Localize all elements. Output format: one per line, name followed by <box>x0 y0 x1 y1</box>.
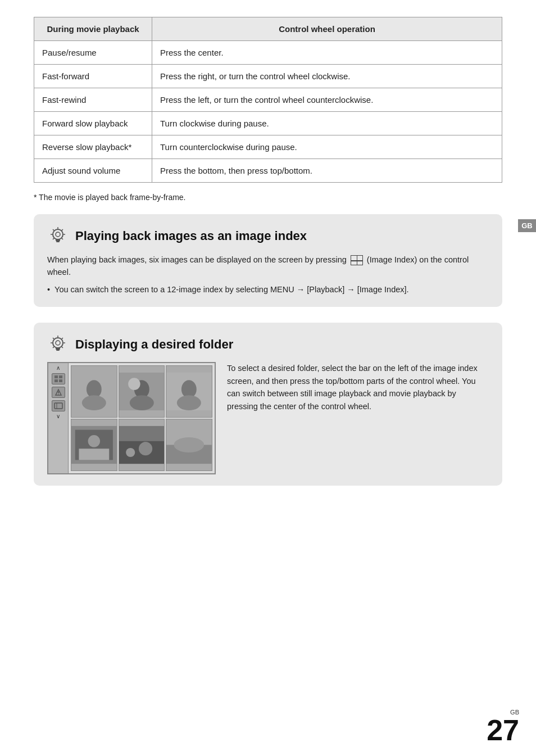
svg-point-53 <box>174 437 205 452</box>
page-number-area: GB 27 <box>487 709 519 745</box>
table-col1-header: During movie playback <box>34 17 152 41</box>
image-index-icon <box>351 255 363 265</box>
svg-rect-22 <box>56 350 60 351</box>
table-row: Reverse slow playback*Turn counterclockw… <box>34 135 502 159</box>
svg-line-7 <box>62 229 63 230</box>
svg-point-12 <box>53 338 63 348</box>
playback-table: During movie playback Control wheel oper… <box>34 17 502 183</box>
grid-cell-3 <box>166 365 212 418</box>
svg-rect-24 <box>54 375 58 378</box>
table-row: Forward slow playbackTurn clockwise duri… <box>34 112 502 135</box>
svg-point-46 <box>88 435 101 447</box>
section1-bullet: • You can switch the screen to a 12-imag… <box>47 283 489 296</box>
image-grid <box>69 363 215 473</box>
grid-cell-4 <box>71 419 117 471</box>
table-description-cell: Press the left, or turn the control whee… <box>152 88 502 112</box>
svg-line-5 <box>53 229 54 230</box>
sidebar-btn-2 <box>52 387 65 398</box>
svg-point-39 <box>128 378 140 391</box>
section1-header: Playing back images as an image index <box>47 225 489 247</box>
table-action-cell: Adjust sound volume <box>34 159 152 183</box>
svg-point-42 <box>177 396 201 411</box>
svg-rect-25 <box>59 375 62 378</box>
svg-point-35 <box>82 396 106 411</box>
table-description-cell: Turn clockwise during pause. <box>152 112 502 135</box>
folder-section-content: ∧ ∨ <box>47 362 489 474</box>
bullet-dot: • <box>47 283 50 296</box>
table-action-cell: Fast-forward <box>34 65 152 88</box>
chevron-up-icon: ∧ <box>56 365 60 371</box>
grid-cell-6 <box>166 419 212 471</box>
table-row: Fast-forwardPress the right, or turn the… <box>34 65 502 88</box>
grid-cell-1 <box>71 365 117 418</box>
footnote: * The movie is played back frame-by-fram… <box>34 193 502 202</box>
svg-point-49 <box>126 448 135 457</box>
svg-rect-21 <box>56 348 60 350</box>
table-action-cell: Fast-rewind <box>34 88 152 112</box>
section1-body: When playing back images, six images can… <box>47 253 489 296</box>
svg-point-0 <box>53 229 63 239</box>
svg-rect-10 <box>56 241 60 242</box>
section1-body-line1: When playing back images, six images can… <box>47 253 489 279</box>
svg-rect-27 <box>59 379 62 382</box>
svg-line-17 <box>53 338 54 339</box>
table-description-cell: Turn counterclockwise during pause. <box>152 135 502 159</box>
svg-line-20 <box>53 347 54 348</box>
table-row: Pause/resumePress the center. <box>34 41 502 65</box>
svg-point-23 <box>56 341 60 345</box>
table-row: Adjust sound volumePress the bottom, the… <box>34 159 502 183</box>
svg-line-8 <box>53 238 54 239</box>
section1-title: Playing back images as an image index <box>75 229 307 243</box>
sidebar-panel: ∧ ∨ <box>48 363 69 473</box>
svg-point-30 <box>58 395 59 396</box>
sidebar-btn-1 <box>52 373 65 384</box>
table-action-cell: Pause/resume <box>34 41 152 65</box>
folder-image: ∧ ∨ <box>47 362 216 474</box>
sidebar-btn-3 <box>52 400 65 411</box>
lightbulb-icon <box>47 225 69 247</box>
section2-body-text: To select a desired folder, select the b… <box>227 362 489 413</box>
chevron-down-icon: ∨ <box>56 414 60 419</box>
camera-screen: ∧ ∨ <box>47 362 216 474</box>
lightbulb-icon-2 <box>47 334 69 355</box>
table-description-cell: Press the bottom, then press top/bottom. <box>152 159 502 183</box>
svg-line-6 <box>62 238 63 239</box>
grid-cell-5 <box>119 419 165 471</box>
table-row: Fast-rewindPress the left, or turn the c… <box>34 88 502 112</box>
section2-title: Displaying a desired folder <box>75 337 233 352</box>
table-description-cell: Press the center. <box>152 41 502 65</box>
svg-rect-9 <box>56 239 60 241</box>
svg-rect-26 <box>54 379 58 382</box>
grid-cell-2 <box>119 365 165 418</box>
table-action-cell: Reverse slow playback* <box>34 135 152 159</box>
svg-point-11 <box>56 232 60 237</box>
table-action-cell: Forward slow playback <box>34 112 152 135</box>
svg-line-19 <box>62 338 63 339</box>
svg-rect-31 <box>54 403 62 409</box>
svg-rect-45 <box>79 449 109 460</box>
table-description-cell: Press the right, or turn the control whe… <box>152 65 502 88</box>
svg-line-18 <box>62 347 63 348</box>
svg-point-38 <box>129 396 153 411</box>
gb-label: GB <box>518 219 536 232</box>
folder-section: Displaying a desired folder ∧ ∨ <box>34 323 502 486</box>
page-number: 27 <box>487 716 519 745</box>
table-col2-header: Control wheel operation <box>152 17 502 41</box>
section2-header: Displaying a desired folder <box>47 334 489 355</box>
svg-point-50 <box>139 442 152 456</box>
playback-images-section: Playing back images as an image index Wh… <box>34 214 502 307</box>
